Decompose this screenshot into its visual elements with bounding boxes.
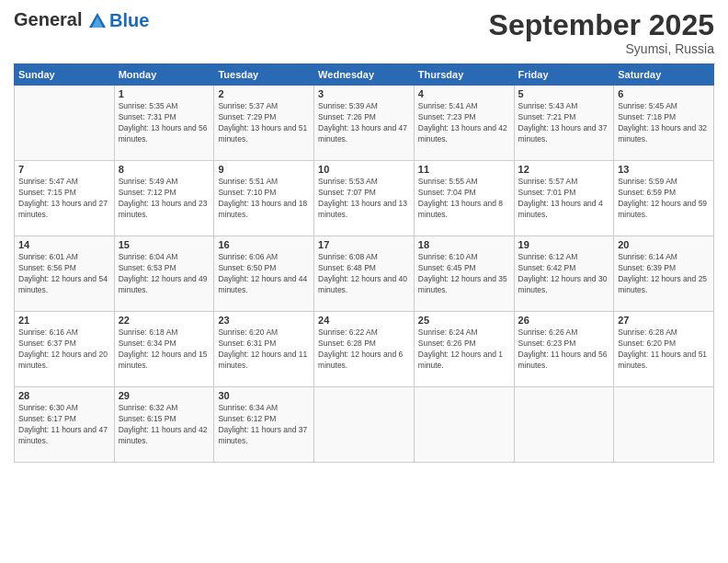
weekday-header-cell: Monday — [114, 64, 214, 86]
day-number: 8 — [119, 164, 210, 175]
calendar-day-cell: 25Sunrise: 6:24 AMSunset: 6:26 PMDayligh… — [414, 312, 514, 387]
title-block: September 2025 Syumsi, Russia — [489, 9, 714, 56]
calendar-day-cell: 17Sunrise: 6:08 AMSunset: 6:48 PMDayligh… — [314, 236, 415, 312]
day-number: 14 — [18, 239, 110, 250]
day-detail: Sunrise: 5:43 AMSunset: 7:21 PMDaylight:… — [518, 101, 610, 145]
weekday-header-cell: Sunday — [15, 64, 115, 86]
logo-icon — [87, 11, 108, 31]
calendar-day-cell: 1Sunrise: 5:35 AMSunset: 7:31 PMDaylight… — [114, 86, 214, 161]
calendar-day-cell: 11Sunrise: 5:55 AMSunset: 7:04 PMDayligh… — [414, 161, 514, 236]
calendar-week-row: 7Sunrise: 5:47 AMSunset: 7:15 PMDaylight… — [15, 161, 714, 236]
calendar-day-cell: 4Sunrise: 5:41 AMSunset: 7:23 PMDaylight… — [414, 86, 514, 161]
logo-blue: Blue — [109, 10, 149, 30]
day-detail: Sunrise: 5:59 AMSunset: 6:59 PMDaylight:… — [618, 177, 710, 221]
calendar-day-cell: 27Sunrise: 6:28 AMSunset: 6:20 PMDayligh… — [614, 312, 714, 387]
day-number: 16 — [218, 239, 310, 250]
weekday-header-row: SundayMondayTuesdayWednesdayThursdayFrid… — [15, 64, 714, 86]
day-number: 18 — [418, 239, 510, 250]
day-detail: Sunrise: 5:57 AMSunset: 7:01 PMDaylight:… — [518, 177, 610, 221]
calendar-week-row: 21Sunrise: 6:16 AMSunset: 6:37 PMDayligh… — [15, 312, 714, 387]
day-detail: Sunrise: 5:39 AMSunset: 7:26 PMDaylight:… — [318, 101, 410, 145]
calendar-day-cell: 5Sunrise: 5:43 AMSunset: 7:21 PMDaylight… — [514, 86, 614, 161]
weekday-header-cell: Tuesday — [214, 64, 314, 86]
calendar-day-cell: 2Sunrise: 5:37 AMSunset: 7:29 PMDaylight… — [214, 86, 314, 161]
day-detail: Sunrise: 6:10 AMSunset: 6:45 PMDaylight:… — [418, 252, 510, 296]
day-number: 6 — [618, 88, 710, 99]
day-detail: Sunrise: 5:47 AMSunset: 7:15 PMDaylight:… — [18, 177, 110, 221]
day-number: 28 — [18, 390, 110, 401]
calendar-day-cell: 15Sunrise: 6:04 AMSunset: 6:53 PMDayligh… — [114, 236, 214, 312]
day-number: 2 — [218, 88, 310, 99]
day-detail: Sunrise: 6:30 AMSunset: 6:17 PMDaylight:… — [18, 403, 110, 447]
day-detail: Sunrise: 5:37 AMSunset: 7:29 PMDaylight:… — [218, 101, 310, 145]
day-number: 26 — [518, 315, 610, 326]
calendar-day-cell: 23Sunrise: 6:20 AMSunset: 6:31 PMDayligh… — [214, 312, 314, 387]
location: Syumsi, Russia — [489, 41, 714, 56]
day-detail: Sunrise: 6:12 AMSunset: 6:42 PMDaylight:… — [518, 252, 610, 296]
page: General Blue September 2025 Syumsi, Russ… — [0, 0, 728, 563]
calendar-day-cell: 19Sunrise: 6:12 AMSunset: 6:42 PMDayligh… — [514, 236, 614, 312]
month-title: September 2025 — [489, 9, 714, 41]
calendar-day-cell: 16Sunrise: 6:06 AMSunset: 6:50 PMDayligh… — [214, 236, 314, 312]
day-detail: Sunrise: 5:53 AMSunset: 7:07 PMDaylight:… — [318, 177, 410, 221]
day-number: 5 — [518, 88, 610, 99]
calendar-day-cell — [514, 387, 614, 463]
calendar-day-cell: 21Sunrise: 6:16 AMSunset: 6:37 PMDayligh… — [15, 312, 115, 387]
calendar-day-cell: 9Sunrise: 5:51 AMSunset: 7:10 PMDaylight… — [214, 161, 314, 236]
day-detail: Sunrise: 6:22 AMSunset: 6:28 PMDaylight:… — [318, 327, 410, 372]
calendar-body: 1Sunrise: 5:35 AMSunset: 7:31 PMDaylight… — [15, 86, 714, 463]
day-number: 15 — [119, 239, 210, 250]
day-detail: Sunrise: 5:45 AMSunset: 7:18 PMDaylight:… — [618, 101, 710, 145]
calendar-day-cell: 6Sunrise: 5:45 AMSunset: 7:18 PMDaylight… — [614, 86, 714, 161]
day-detail: Sunrise: 6:20 AMSunset: 6:31 PMDaylight:… — [218, 327, 310, 372]
day-detail: Sunrise: 6:14 AMSunset: 6:39 PMDaylight:… — [618, 252, 710, 296]
day-detail: Sunrise: 6:01 AMSunset: 6:56 PMDaylight:… — [18, 252, 110, 296]
day-detail: Sunrise: 5:55 AMSunset: 7:04 PMDaylight:… — [418, 177, 510, 221]
day-number: 21 — [18, 315, 110, 326]
calendar-day-cell: 30Sunrise: 6:34 AMSunset: 6:12 PMDayligh… — [214, 387, 314, 463]
header: General Blue September 2025 Syumsi, Russ… — [14, 9, 714, 56]
day-detail: Sunrise: 5:35 AMSunset: 7:31 PMDaylight:… — [119, 101, 210, 145]
calendar-day-cell: 22Sunrise: 6:18 AMSunset: 6:34 PMDayligh… — [114, 312, 214, 387]
weekday-header-cell: Wednesday — [314, 64, 415, 86]
day-number: 27 — [618, 315, 710, 326]
calendar-day-cell: 28Sunrise: 6:30 AMSunset: 6:17 PMDayligh… — [15, 387, 115, 463]
day-number: 25 — [418, 315, 510, 326]
day-number: 24 — [318, 315, 410, 326]
calendar-day-cell: 3Sunrise: 5:39 AMSunset: 7:26 PMDaylight… — [314, 86, 415, 161]
logo-general: General — [14, 9, 82, 29]
day-detail: Sunrise: 6:24 AMSunset: 6:26 PMDaylight:… — [418, 327, 510, 372]
day-number: 29 — [119, 390, 210, 401]
calendar-day-cell: 13Sunrise: 5:59 AMSunset: 6:59 PMDayligh… — [614, 161, 714, 236]
day-detail: Sunrise: 6:32 AMSunset: 6:15 PMDaylight:… — [119, 403, 210, 447]
day-detail: Sunrise: 5:49 AMSunset: 7:12 PMDaylight:… — [119, 177, 210, 221]
day-detail: Sunrise: 5:41 AMSunset: 7:23 PMDaylight:… — [418, 101, 510, 145]
calendar-day-cell: 8Sunrise: 5:49 AMSunset: 7:12 PMDaylight… — [114, 161, 214, 236]
calendar-week-row: 1Sunrise: 5:35 AMSunset: 7:31 PMDaylight… — [15, 86, 714, 161]
calendar-day-cell: 7Sunrise: 5:47 AMSunset: 7:15 PMDaylight… — [15, 161, 115, 236]
calendar-day-cell: 18Sunrise: 6:10 AMSunset: 6:45 PMDayligh… — [414, 236, 514, 312]
calendar-day-cell — [414, 387, 514, 463]
calendar-day-cell — [314, 387, 415, 463]
day-number: 7 — [18, 164, 110, 175]
calendar-day-cell: 20Sunrise: 6:14 AMSunset: 6:39 PMDayligh… — [614, 236, 714, 312]
day-number: 1 — [119, 88, 210, 99]
day-number: 22 — [119, 315, 210, 326]
day-detail: Sunrise: 6:04 AMSunset: 6:53 PMDaylight:… — [119, 252, 210, 296]
logo: General Blue — [14, 9, 149, 31]
day-number: 20 — [618, 239, 710, 250]
day-number: 10 — [318, 164, 410, 175]
day-detail: Sunrise: 6:06 AMSunset: 6:50 PMDaylight:… — [218, 252, 310, 296]
day-number: 30 — [218, 390, 310, 401]
day-detail: Sunrise: 6:28 AMSunset: 6:20 PMDaylight:… — [618, 327, 710, 372]
day-number: 12 — [518, 164, 610, 175]
calendar-day-cell: 29Sunrise: 6:32 AMSunset: 6:15 PMDayligh… — [114, 387, 214, 463]
day-number: 9 — [218, 164, 310, 175]
day-detail: Sunrise: 6:16 AMSunset: 6:37 PMDaylight:… — [18, 327, 110, 372]
day-number: 23 — [218, 315, 310, 326]
calendar-day-cell — [15, 86, 115, 161]
calendar-day-cell: 26Sunrise: 6:26 AMSunset: 6:23 PMDayligh… — [514, 312, 614, 387]
calendar-day-cell: 24Sunrise: 6:22 AMSunset: 6:28 PMDayligh… — [314, 312, 415, 387]
day-number: 19 — [518, 239, 610, 250]
weekday-header-cell: Thursday — [414, 64, 514, 86]
